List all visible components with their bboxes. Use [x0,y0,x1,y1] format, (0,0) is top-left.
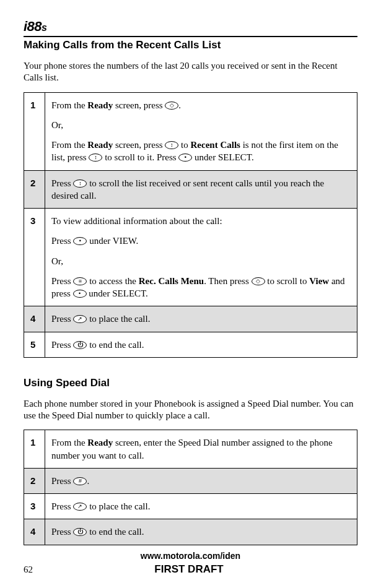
scroll-icon: ↕ [165,141,178,149]
step-number: 5 [24,332,45,357]
step-content: Press ↕ to scroll the list received or s… [45,170,357,209]
hash-icon: # [73,477,87,485]
model-name: i88 [24,19,42,34]
step-content: Press #. [45,468,357,493]
section-title-recent-calls: Making Calls from the Recent Calls List [24,36,357,51]
menu-icon: ≡ [73,277,87,285]
draft-label: FIRST DRAFT [154,563,223,576]
step-content: From the Ready screen, enter the Speed D… [45,430,357,469]
end-icon: ⏻ [73,341,87,349]
recent-calls-steps-table: 1 From the Ready screen, press ◇. Or, Fr… [24,92,357,358]
step-content: Press ↗ to place the call. [45,494,357,519]
table-row: 1 From the Ready screen, enter the Speed… [24,430,357,469]
step-content: Press ↗ to place the call. [45,306,357,332]
table-row: 4 Press ⏻ to end the call. [24,519,357,545]
nav-icon: ◇ [165,102,178,110]
step-content: Press ⏻ to end the call. [45,519,357,545]
dot-icon: • [178,153,192,162]
scroll-icon: ↕ [89,153,102,162]
section-title-speed-dial: Using Speed Dial [24,375,357,389]
step-number: 4 [24,306,45,332]
table-row: 4 Press ↗ to place the call. [24,306,357,332]
dot-icon: • [73,237,87,245]
step-content: Press ⏻ to end the call. [45,332,357,357]
model-suffix: s [42,22,46,33]
section1-intro: Your phone stores the numbers of the las… [24,60,357,84]
step-number: 1 [24,430,45,469]
phone-model-header: i88s [24,19,357,35]
speed-dial-steps-table: 1 From the Ready screen, enter the Speed… [24,430,357,545]
scroll-icon: ↕ [73,179,87,188]
step-number: 2 [24,468,45,493]
page-number: 62 [24,564,33,575]
end-icon: ⏻ [73,528,87,536]
step-number: 4 [24,519,45,545]
table-row: 3 Press ↗ to place the call. [24,494,357,519]
step-content: From the Ready screen, press ◇. Or, From… [45,92,357,170]
step-number: 3 [24,494,45,519]
table-row: 2 Press #. [24,468,357,493]
page-footer: www.motorola.com/iden 62 FIRST DRAFT [24,551,357,576]
table-row: 1 From the Ready screen, press ◇. Or, Fr… [24,92,357,170]
table-row: 5 Press ⏻ to end the call. [24,332,357,357]
step-content: To view additional information about the… [45,209,357,306]
nav-icon: ◇ [252,277,265,285]
table-row: 2 Press ↕ to scroll the list received or… [24,170,357,209]
section2-intro: Each phone number stored in your Phonebo… [24,398,357,422]
call-icon: ↗ [73,503,87,511]
step-number: 3 [24,209,45,306]
step-number: 1 [24,92,45,170]
footer-url: www.motorola.com/iden [24,551,357,561]
step-number: 2 [24,170,45,209]
call-icon: ↗ [73,315,87,323]
table-row: 3 To view additional information about t… [24,209,357,306]
dot-icon: • [73,290,87,298]
